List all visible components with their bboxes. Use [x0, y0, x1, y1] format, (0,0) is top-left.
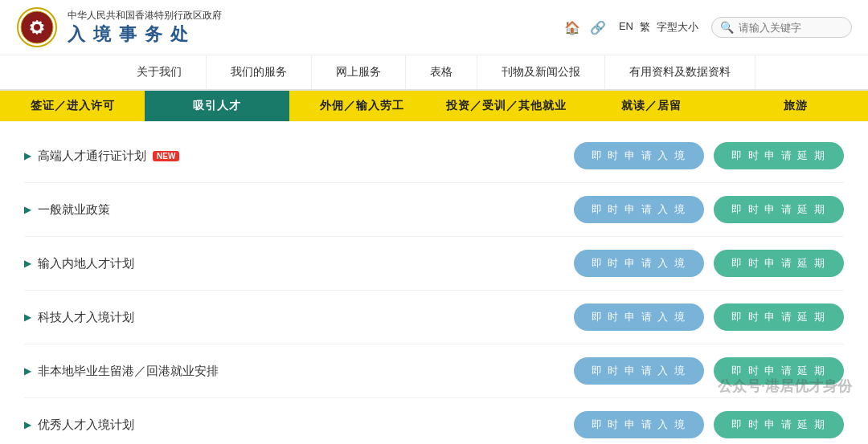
- arrow-icon: ▶: [24, 419, 31, 430]
- lang-en[interactable]: EN: [619, 20, 633, 35]
- sub-nav-item-0[interactable]: 签证／进入许可: [0, 91, 145, 121]
- home-icon[interactable]: 🏠: [564, 20, 580, 35]
- row-title-5: ▶优秀人才入境计划: [24, 418, 574, 433]
- btn-extend-4[interactable]: 即 时 申 请 延 期: [714, 357, 844, 385]
- row-actions-4: 即 时 申 请 入 境即 时 申 请 延 期: [574, 357, 844, 385]
- sub-nav-item-1[interactable]: 吸引人才: [145, 91, 289, 121]
- sub-nav-item-4[interactable]: 就读／居留: [579, 91, 723, 121]
- content-row-0: ▶高端人才通行证计划NEW即 时 申 请 入 境即 时 申 请 延 期: [24, 129, 844, 183]
- btn-extend-5[interactable]: 即 时 申 请 延 期: [714, 411, 844, 438]
- font-size-label[interactable]: 字型大小: [657, 20, 698, 35]
- header: 中华人民共和国香港特别行政区政府 入 境 事 务 处 🏠 🔗 EN 繁 字型大小…: [0, 0, 868, 55]
- row-title-1: ▶一般就业政策: [24, 202, 574, 218]
- row-title-text-0[interactable]: 高端人才通行证计划: [38, 149, 146, 164]
- main-nav: 关于我们我们的服务网上服务表格刊物及新闻公报有用资料及数据资料: [0, 55, 868, 91]
- row-title-text-1[interactable]: 一般就业政策: [38, 202, 110, 218]
- lang-tc[interactable]: 繁: [640, 20, 650, 35]
- row-title-text-5[interactable]: 优秀人才入境计划: [38, 418, 134, 433]
- btn-extend-0[interactable]: 即 时 申 请 延 期: [714, 142, 844, 169]
- main-nav-item-1[interactable]: 我们的服务: [207, 55, 312, 89]
- btn-extend-1[interactable]: 即 时 申 请 延 期: [714, 196, 844, 223]
- row-title-text-4[interactable]: 非本地毕业生留港／回港就业安排: [38, 364, 219, 379]
- sub-nav-item-5[interactable]: 旅游: [723, 91, 868, 121]
- sub-nav-item-3[interactable]: 投资／受训／其他就业: [434, 91, 579, 121]
- main-nav-item-0[interactable]: 关于我们: [113, 55, 207, 89]
- row-title-3: ▶科技人才入境计划: [24, 310, 574, 325]
- search-input[interactable]: [739, 22, 843, 34]
- btn-extend-2[interactable]: 即 时 申 请 延 期: [714, 250, 844, 277]
- row-actions-2: 即 时 申 请 入 境即 时 申 请 延 期: [574, 250, 844, 277]
- hk-emblem: [16, 6, 58, 48]
- btn-apply-1[interactable]: 即 时 申 请 入 境: [574, 196, 704, 223]
- share-icon[interactable]: 🔗: [590, 20, 606, 35]
- row-title-4: ▶非本地毕业生留港／回港就业安排: [24, 364, 574, 379]
- main-nav-item-5[interactable]: 有用资料及数据资料: [605, 55, 755, 89]
- content-row-2: ▶输入内地人才计划即 时 申 请 入 境即 时 申 请 延 期: [24, 237, 844, 291]
- row-title-2: ▶输入内地人才计划: [24, 256, 574, 271]
- lang-links: EN 繁 字型大小: [619, 20, 698, 35]
- btn-apply-3[interactable]: 即 时 申 请 入 境: [574, 303, 704, 331]
- header-left: 中华人民共和国香港特别行政区政府 入 境 事 务 处: [16, 6, 222, 48]
- row-actions-1: 即 时 申 请 入 境即 时 申 请 延 期: [574, 196, 844, 223]
- btn-apply-0[interactable]: 即 时 申 请 入 境: [574, 142, 704, 169]
- main-nav-item-4[interactable]: 刊物及新闻公报: [477, 55, 605, 89]
- svg-point-7: [34, 24, 40, 31]
- content-row-5: ▶优秀人才入境计划即 时 申 请 入 境即 时 申 请 延 期: [24, 398, 844, 444]
- arrow-icon: ▶: [24, 365, 31, 377]
- header-right: 🏠 🔗 EN 繁 字型大小 🔍: [564, 17, 852, 38]
- arrow-icon: ▶: [24, 312, 31, 323]
- row-actions-3: 即 时 申 请 入 境即 时 申 请 延 期: [574, 303, 844, 331]
- row-actions-0: 即 时 申 请 入 境即 时 申 请 延 期: [574, 142, 844, 169]
- main-nav-list: 关于我们我们的服务网上服务表格刊物及新闻公报有用资料及数据资料: [0, 55, 868, 89]
- arrow-icon: ▶: [24, 204, 31, 215]
- new-badge: NEW: [153, 151, 179, 161]
- search-icon: 🔍: [720, 21, 734, 34]
- main-nav-item-3[interactable]: 表格: [406, 55, 477, 89]
- gov-name: 中华人民共和国香港特别行政区政府: [68, 9, 222, 22]
- content-row-1: ▶一般就业政策即 时 申 请 入 境即 时 申 请 延 期: [24, 183, 844, 237]
- content-area: ▶高端人才通行证计划NEW即 时 申 请 入 境即 时 申 请 延 期▶一般就业…: [0, 121, 868, 444]
- btn-apply-4[interactable]: 即 时 申 请 入 境: [574, 357, 704, 385]
- btn-apply-2[interactable]: 即 时 申 请 入 境: [574, 250, 704, 277]
- arrow-icon: ▶: [24, 150, 31, 161]
- row-title-text-3[interactable]: 科技人才入境计划: [38, 310, 134, 325]
- row-title-text-2[interactable]: 输入内地人才计划: [38, 256, 134, 271]
- row-actions-5: 即 时 申 请 入 境即 时 申 请 延 期: [574, 411, 844, 438]
- row-title-0: ▶高端人才通行证计划NEW: [24, 149, 574, 164]
- sub-nav: 签证／进入许可吸引人才外佣／输入劳工投资／受训／其他就业就读／居留旅游: [0, 91, 868, 121]
- arrow-icon: ▶: [24, 258, 31, 269]
- sub-nav-item-2[interactable]: 外佣／输入劳工: [289, 91, 434, 121]
- btn-extend-3[interactable]: 即 时 申 请 延 期: [714, 303, 844, 331]
- search-box: 🔍: [711, 17, 852, 38]
- btn-apply-5[interactable]: 即 时 申 请 入 境: [574, 411, 704, 438]
- header-title: 中华人民共和国香港特别行政区政府 入 境 事 务 处: [68, 9, 222, 47]
- main-nav-item-2[interactable]: 网上服务: [312, 55, 406, 89]
- dept-name: 入 境 事 务 处: [68, 22, 222, 47]
- header-icons: 🏠 🔗: [564, 20, 606, 35]
- content-row-3: ▶科技人才入境计划即 时 申 请 入 境即 时 申 请 延 期: [24, 291, 844, 344]
- content-row-4: ▶非本地毕业生留港／回港就业安排即 时 申 请 入 境即 时 申 请 延 期: [24, 344, 844, 398]
